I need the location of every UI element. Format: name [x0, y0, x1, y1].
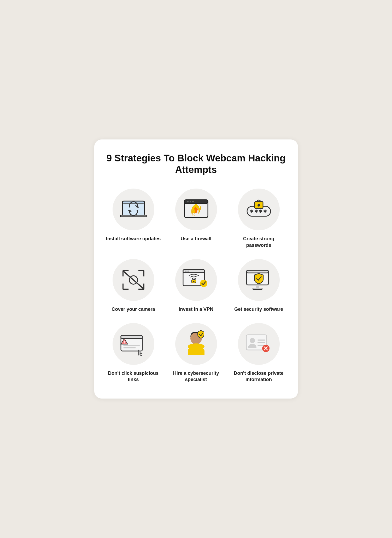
- laptop-update-icon: [120, 199, 147, 220]
- svg-point-6: [190, 201, 191, 202]
- label-dont-click-suspicious-links: Don't click suspicious links: [105, 370, 162, 383]
- label-dont-disclose-private-information: Don't disclose private information: [230, 370, 288, 383]
- item-get-security-software: Get security software: [230, 259, 288, 313]
- svg-point-22: [193, 281, 194, 282]
- icon-circle-invest-in-vpn: [175, 259, 217, 301]
- svg-text:✱: ✱: [259, 209, 262, 214]
- svg-rect-27: [253, 288, 262, 290]
- vpn-icon: [182, 268, 210, 292]
- icon-circle-hire-cybersecurity-specialist: [175, 323, 217, 365]
- svg-text:✱: ✱: [250, 209, 253, 214]
- label-invest-in-vpn: Invest in a VPN: [179, 306, 213, 313]
- label-install-software-updates: Install software updates: [106, 236, 161, 242]
- icon-circle-install-software-updates: [113, 189, 154, 230]
- page-title: 9 Strategies To Block Webcam Hacking Att…: [105, 153, 288, 176]
- label-hire-cybersecurity-specialist: Hire a cybersecurity specialist: [167, 370, 225, 383]
- svg-point-19: [185, 270, 186, 272]
- item-dont-disclose-private-information: Don't disclose private information: [230, 323, 288, 383]
- svg-point-7: [192, 201, 194, 202]
- svg-point-5: [187, 201, 189, 202]
- icon-circle-create-strong-passwords: ✱ ✱ ✱ ✱: [238, 189, 280, 230]
- svg-text:✱: ✱: [263, 209, 267, 214]
- label-get-security-software: Get security software: [234, 306, 283, 313]
- svg-point-38: [250, 338, 255, 343]
- item-cover-your-camera: Cover your camera: [105, 259, 162, 313]
- item-create-strong-passwords: ✱ ✱ ✱ ✱ Create strong passwords: [230, 189, 288, 249]
- svg-rect-29: [121, 335, 142, 338]
- cybersecurity-specialist-icon: [183, 331, 209, 356]
- label-cover-your-camera: Cover your camera: [112, 306, 155, 313]
- svg-point-20: [187, 270, 189, 272]
- item-dont-click-suspicious-links: ! Don't click suspicious links: [105, 323, 162, 383]
- svg-text:✱: ✱: [254, 209, 258, 214]
- svg-point-10: [258, 204, 260, 207]
- svg-line-16: [124, 271, 143, 289]
- label-use-a-firewall: Use a firewall: [181, 236, 212, 242]
- firewall-icon: [183, 198, 209, 221]
- private-info-icon: [245, 332, 272, 356]
- strategies-grid: Install software updates: [105, 189, 288, 383]
- svg-rect-25: [247, 270, 268, 273]
- svg-point-23: [200, 280, 207, 287]
- main-card: 9 Strategies To Block Webcam Hacking Att…: [94, 139, 298, 399]
- item-invest-in-vpn: Invest in a VPN: [167, 259, 225, 313]
- icon-circle-dont-disclose-private-information: [238, 323, 280, 365]
- item-hire-cybersecurity-specialist: Hire a cybersecurity specialist: [167, 323, 225, 383]
- item-install-software-updates: Install software updates: [105, 189, 162, 249]
- security-software-icon: [244, 268, 273, 292]
- icon-circle-get-security-software: [238, 259, 280, 301]
- icon-circle-cover-your-camera: [113, 259, 154, 301]
- item-use-a-firewall: Use a firewall: [167, 189, 225, 249]
- svg-point-36: [188, 343, 204, 350]
- camera-off-icon: [120, 268, 147, 292]
- icon-circle-dont-click-suspicious-links: !: [113, 323, 154, 365]
- svg-text:!: !: [124, 340, 125, 344]
- label-create-strong-passwords: Create strong passwords: [230, 236, 288, 249]
- password-icon: ✱ ✱ ✱ ✱: [244, 199, 273, 220]
- suspicious-links-icon: !: [120, 332, 147, 356]
- icon-circle-use-a-firewall: [175, 189, 217, 230]
